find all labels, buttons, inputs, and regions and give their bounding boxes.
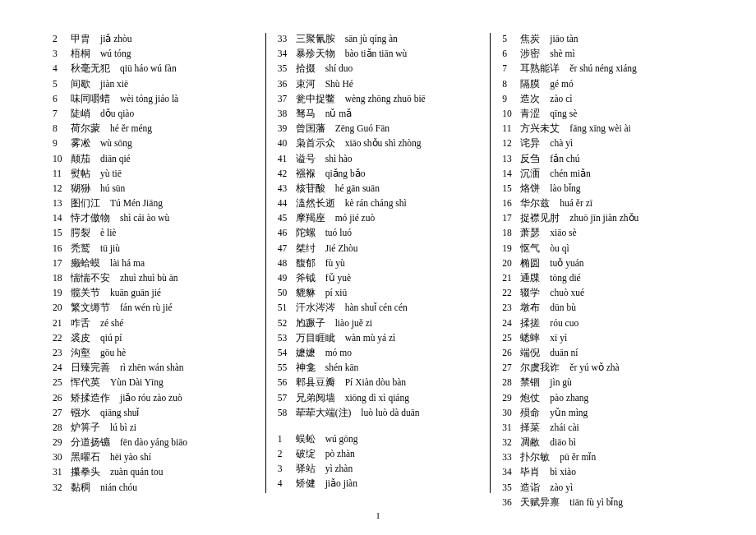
vocab-row: 25蟋蟀xī yì bbox=[502, 332, 703, 344]
vocab-row: 42襁褓qiǎng bǎo bbox=[278, 168, 479, 180]
entry-pinyin: wèng zhōng zhuō biē bbox=[345, 94, 426, 104]
entry-hanzi: 猢狲 bbox=[71, 182, 90, 195]
vocab-row: 13反刍fǎn chú bbox=[502, 153, 703, 165]
entry-pinyin: yì zhàn bbox=[325, 464, 353, 473]
entry-number: 19 bbox=[502, 243, 520, 253]
entry-hanzi: 荷尔蒙 bbox=[71, 122, 100, 135]
entry-hanzi: 华尔兹 bbox=[520, 197, 550, 210]
entry-hanzi: 郫县豆瓣 bbox=[296, 376, 335, 389]
entry-hanzi: 雾凇 bbox=[71, 137, 90, 150]
entry-hanzi: 尥蹶子 bbox=[296, 317, 325, 330]
entry-pinyin: fù yù bbox=[325, 258, 345, 268]
entry-pinyin: diāo bì bbox=[550, 437, 576, 447]
vocab-row: 30黑曜石hēi yào shí bbox=[53, 451, 254, 464]
entry-hanzi: 矫健 bbox=[296, 477, 316, 490]
entry-number: 13 bbox=[502, 154, 520, 164]
vocab-row: 34暴殄天物bào tiǎn tiān wù bbox=[278, 48, 479, 60]
entry-number: 29 bbox=[502, 393, 520, 403]
vocab-row: 33三聚氰胺sān jù qíng àn bbox=[278, 33, 479, 45]
entry-number: 40 bbox=[278, 138, 296, 148]
entry-pinyin: shè mì bbox=[550, 48, 574, 58]
column-1: 2甲胄jiǎ zhòu3梧桐wú tóng4秋毫无犯qiū háo wú fàn… bbox=[41, 33, 265, 493]
entry-pinyin: wèi tóng jiáo là bbox=[120, 94, 178, 104]
entry-pinyin: róu cuo bbox=[550, 318, 579, 328]
vocab-row: 23沟壑gōu hè bbox=[53, 347, 254, 359]
entry-pinyin: qīng sè bbox=[550, 108, 577, 118]
entry-pinyin: Pí Xiàn dòu bàn bbox=[345, 377, 406, 387]
entry-hanzi: 嬷嬷 bbox=[296, 347, 316, 359]
entry-number: 6 bbox=[502, 48, 520, 58]
entry-number: 22 bbox=[502, 288, 520, 297]
entry-number: 27 bbox=[502, 362, 520, 372]
entry-pinyin: wàn mù yá zì bbox=[345, 333, 396, 343]
entry-hanzi: 馥郁 bbox=[296, 257, 316, 270]
vocab-row: 47桀纣Jié Zhòu bbox=[278, 242, 479, 255]
entry-pinyin: jiǎo jiàn bbox=[325, 477, 357, 489]
entry-hanzi: 蟋蟀 bbox=[520, 332, 540, 344]
entry-number: 12 bbox=[53, 183, 71, 193]
entry-number: 43 bbox=[278, 183, 296, 193]
entry-number: 27 bbox=[53, 408, 71, 417]
entry-number: 33 bbox=[502, 452, 520, 462]
vocab-row: 38驽马nǔ mǎ bbox=[278, 108, 479, 120]
vocab-row: 9雾凇wù sōng bbox=[53, 137, 254, 150]
entry-hanzi: 腭裂 bbox=[71, 227, 90, 239]
entry-number: 34 bbox=[278, 48, 296, 58]
entry-pinyin: fǎn chú bbox=[550, 153, 579, 164]
column-2: 33三聚氰胺sān jù qíng àn34暴殄天物bào tiǎn tiān … bbox=[265, 33, 491, 493]
vocab-row: 18惴惴不安zhuì zhuì bù ān bbox=[53, 272, 254, 284]
entry-number: 7 bbox=[502, 63, 520, 73]
entry-number: 46 bbox=[278, 228, 296, 238]
entry-pinyin: sān jù qíng àn bbox=[345, 34, 398, 44]
entry-pinyin: duān ní bbox=[550, 348, 578, 357]
entry-pinyin: hé gān suān bbox=[335, 183, 380, 193]
entry-hanzi: 核苷酸 bbox=[296, 182, 325, 195]
entry-number: 36 bbox=[278, 79, 296, 89]
vocab-row: 31攥拳头zuàn quán tou bbox=[53, 466, 254, 478]
entry-pinyin: ěr shú néng xiáng bbox=[569, 63, 636, 73]
entry-number: 4 bbox=[278, 478, 296, 488]
entry-pinyin: pò zhàn bbox=[325, 449, 355, 459]
vocab-row: 20繁文缛节fán wén rù jié bbox=[53, 302, 254, 314]
entry-pinyin: luò luò dà duān bbox=[361, 408, 419, 417]
vocab-row: 37瓮中捉鳖wèng zhōng zhuō biē bbox=[278, 93, 479, 105]
entry-pinyin: kè rán cháng shì bbox=[345, 198, 407, 208]
entry-number: 21 bbox=[502, 273, 520, 283]
entry-number: 16 bbox=[502, 198, 520, 208]
entry-hanzi: 扑尔敏 bbox=[520, 451, 550, 464]
vocab-row: 26端倪duān ní bbox=[502, 347, 703, 359]
entry-pinyin: tōng dié bbox=[550, 273, 580, 283]
vocab-row: 14恃才傲物shì cái ào wù bbox=[53, 212, 254, 224]
entry-pinyin: bào tiǎn tiān wù bbox=[345, 48, 408, 59]
entry-hanzi: 黏稠 bbox=[71, 482, 90, 494]
entry-number: 5 bbox=[502, 34, 520, 44]
entry-hanzi: 癞蛤蟆 bbox=[71, 257, 100, 270]
entry-pinyin: chuò xué bbox=[550, 288, 584, 297]
entry-hanzi: 神龛 bbox=[296, 362, 316, 374]
entry-hanzi: 谥号 bbox=[296, 153, 316, 165]
entry-hanzi: 三聚氰胺 bbox=[296, 33, 335, 45]
vocab-row: 35拾掇shí duo bbox=[278, 62, 479, 75]
entry-number: 28 bbox=[502, 377, 520, 387]
entry-number: 30 bbox=[53, 452, 71, 462]
vocab-row: 1蜈蚣wú gōng bbox=[278, 433, 479, 445]
entry-hanzi: 荦荦大端(注) bbox=[296, 407, 352, 419]
entry-hanzi: 恽代英 bbox=[71, 376, 100, 389]
entry-hanzi: 破绽 bbox=[296, 448, 316, 460]
entry-number: 21 bbox=[53, 318, 71, 328]
entry-number: 14 bbox=[53, 213, 71, 223]
entry-number: 9 bbox=[53, 138, 71, 148]
entry-number: 38 bbox=[278, 108, 296, 118]
entry-hanzi: 烙饼 bbox=[520, 182, 540, 195]
entry-hanzi: 矫揉造作 bbox=[71, 392, 110, 404]
entry-number: 18 bbox=[53, 273, 71, 283]
entry-pinyin: kuān guān jié bbox=[110, 288, 161, 297]
entry-number: 57 bbox=[278, 393, 296, 403]
entry-number: 15 bbox=[53, 228, 71, 238]
vocab-row: 27尔虞我诈ěr yú wǒ zhà bbox=[502, 362, 703, 374]
entry-hanzi: 黑曜石 bbox=[71, 451, 100, 464]
entry-pinyin: jiǎ zhòu bbox=[100, 33, 132, 44]
vocab-row: 9造次zào cì bbox=[502, 93, 703, 105]
vocab-row: 39曾国藩Zēng Guó Fān bbox=[278, 122, 479, 135]
column-3: 5焦炭jiāo tàn6涉密shè mì7耳熟能详ěr shú néng xiá… bbox=[490, 33, 715, 493]
